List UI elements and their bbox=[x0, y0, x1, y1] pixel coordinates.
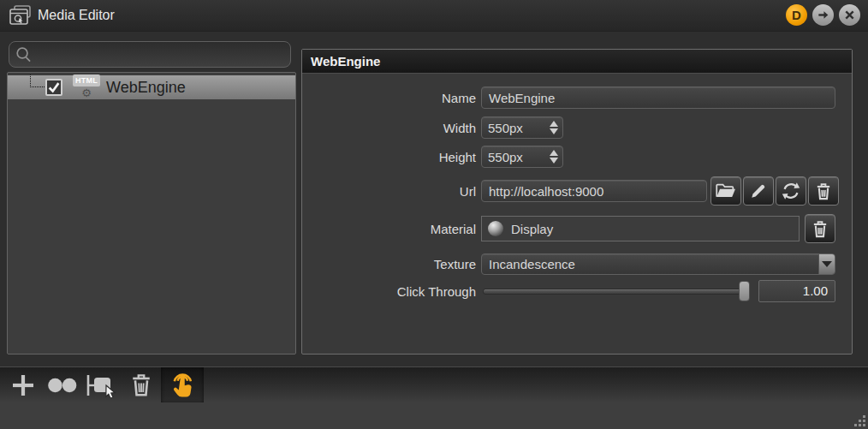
edit-url-button[interactable] bbox=[743, 176, 774, 206]
spin-down-icon[interactable] bbox=[550, 158, 558, 164]
url-buttons bbox=[710, 176, 839, 206]
url-label: Url bbox=[302, 184, 481, 199]
width-spin-buttons[interactable] bbox=[545, 121, 562, 134]
click-through-label: Click Through bbox=[302, 284, 481, 299]
height-label: Height bbox=[302, 150, 481, 164]
open-folder-button[interactable] bbox=[710, 176, 741, 206]
slider-handle[interactable] bbox=[739, 281, 750, 301]
touch-hand-icon bbox=[167, 370, 198, 401]
height-row: Height bbox=[302, 146, 852, 168]
gear-icon: ⚙ bbox=[73, 87, 100, 98]
spin-down-icon[interactable] bbox=[550, 128, 558, 134]
list-item-webengine[interactable]: HTML ⚙ WebEngine bbox=[8, 75, 295, 99]
texture-label: Texture bbox=[302, 257, 481, 271]
interact-mode-button[interactable] bbox=[161, 367, 204, 403]
d-button-label: D bbox=[792, 8, 801, 22]
media-editor-window: Media Editor D bbox=[0, 0, 868, 429]
list-item-label: WebEngine bbox=[106, 79, 186, 97]
plus-icon bbox=[10, 372, 36, 398]
delete-material-button[interactable] bbox=[805, 214, 835, 243]
name-row: Name bbox=[302, 86, 852, 110]
click-through-row: Click Through 1.00 bbox=[302, 279, 852, 303]
texture-value: Incandescence bbox=[482, 257, 818, 271]
properties-panel: WebEngine Name Width Height bbox=[301, 49, 853, 355]
two-circles-icon bbox=[46, 376, 79, 395]
html-media-icon: HTML ⚙ bbox=[73, 74, 100, 100]
material-row: Material Display bbox=[302, 213, 852, 244]
search-input[interactable] bbox=[32, 48, 290, 62]
trash-icon bbox=[812, 220, 829, 238]
name-input[interactable] bbox=[481, 86, 835, 109]
name-label: Name bbox=[302, 91, 481, 105]
titlebar[interactable]: Media Editor D bbox=[0, 0, 868, 32]
d-button[interactable]: D bbox=[786, 4, 807, 26]
texture-dropdown[interactable]: Incandescence bbox=[481, 253, 835, 275]
pick-cursor-icon bbox=[86, 373, 118, 397]
close-button[interactable] bbox=[839, 4, 860, 26]
width-label: Width bbox=[302, 121, 481, 135]
height-stepper[interactable] bbox=[481, 146, 563, 168]
check-icon bbox=[47, 80, 61, 94]
delete-media-button[interactable] bbox=[122, 367, 161, 403]
delete-url-button[interactable] bbox=[808, 176, 839, 206]
folder-open-icon bbox=[716, 182, 736, 200]
material-value: Display bbox=[511, 222, 553, 236]
status-bar bbox=[0, 402, 868, 429]
add-media-button[interactable] bbox=[3, 367, 43, 403]
width-input[interactable] bbox=[482, 121, 545, 135]
duplicate-media-button[interactable] bbox=[43, 367, 82, 403]
media-editor-icon bbox=[9, 5, 32, 27]
window-title: Media Editor bbox=[38, 8, 115, 23]
detach-arrow-button[interactable] bbox=[812, 4, 834, 26]
window-controls: D bbox=[786, 4, 860, 26]
height-input[interactable] bbox=[482, 150, 545, 164]
trash-icon bbox=[130, 372, 152, 397]
item-checkbox[interactable] bbox=[45, 79, 62, 96]
texture-row: Texture Incandescence bbox=[302, 253, 852, 275]
material-field[interactable]: Display bbox=[481, 216, 800, 241]
media-list[interactable]: HTML ⚙ WebEngine bbox=[7, 72, 296, 355]
slider-track[interactable] bbox=[483, 289, 750, 295]
arrow-right-icon bbox=[817, 9, 829, 21]
width-stepper[interactable] bbox=[481, 116, 563, 139]
chevron-down-icon bbox=[822, 261, 832, 267]
refresh-url-button[interactable] bbox=[776, 176, 806, 206]
properties-header: WebEngine bbox=[302, 50, 852, 74]
height-spin-buttons[interactable] bbox=[545, 150, 562, 164]
html-badge: HTML bbox=[73, 74, 100, 86]
trash-icon bbox=[815, 182, 832, 200]
spin-up-icon[interactable] bbox=[550, 150, 558, 156]
refresh-icon bbox=[782, 182, 800, 200]
click-through-slider[interactable] bbox=[481, 280, 752, 302]
material-label: Material bbox=[302, 222, 481, 236]
pencil-icon bbox=[750, 182, 767, 200]
bottom-toolbar bbox=[0, 366, 868, 402]
material-sphere-icon bbox=[488, 221, 503, 236]
url-row: Url bbox=[302, 175, 852, 207]
search-box bbox=[9, 41, 291, 68]
close-icon bbox=[844, 9, 855, 21]
tree-connector bbox=[30, 74, 45, 87]
dropdown-arrow-zone[interactable] bbox=[818, 254, 835, 274]
pick-target-button[interactable] bbox=[82, 367, 122, 403]
resize-grip[interactable] bbox=[854, 415, 865, 426]
url-input[interactable] bbox=[481, 180, 707, 202]
spin-up-icon[interactable] bbox=[550, 121, 558, 127]
click-through-value: 1.00 bbox=[758, 280, 835, 302]
search-icon bbox=[15, 46, 32, 63]
width-row: Width bbox=[302, 116, 852, 139]
